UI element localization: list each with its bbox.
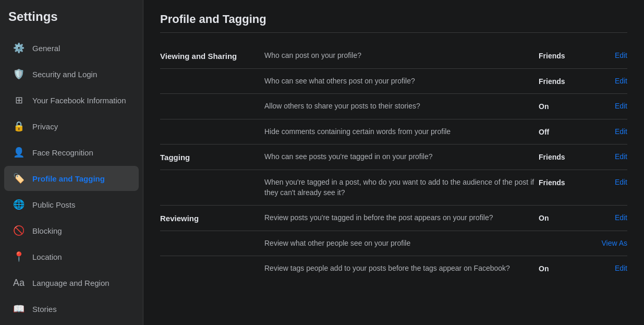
table-row: ReviewingReview posts you're tagged in b…: [160, 206, 627, 231]
face-recognition-label: Face Recognition: [32, 148, 93, 157]
row-action: View As: [591, 238, 627, 247]
facebook-info-label: Your Facebook Information: [32, 96, 126, 105]
row-value: Off: [539, 127, 591, 136]
sidebar-title: Settings: [0, 0, 143, 31]
row-action: Edit: [591, 76, 627, 85]
settings-section: Viewing and SharingWho can post on your …: [160, 43, 627, 281]
row-action: Edit: [591, 152, 627, 161]
table-row: Allow others to share your posts to thei…: [160, 94, 627, 119]
general-icon: ⚙️: [11, 41, 26, 55]
sidebar: Settings ⚙️General🛡️Security and Login⊞Y…: [0, 0, 143, 325]
section-header-tagging: [160, 177, 264, 178]
row-action: Edit: [591, 213, 627, 222]
section-header-tagging: Tagging: [160, 152, 264, 162]
row-description: Review tags people add to your posts bef…: [264, 263, 539, 274]
section-header-viewing-and-sharing: [160, 127, 264, 128]
table-row: Review what other people see on your pro…: [160, 231, 627, 257]
row-value: On: [539, 101, 591, 111]
blocking-icon: 🚫: [11, 223, 26, 238]
row-description: Hide comments containing certain words f…: [264, 127, 539, 137]
row-description: Who can see what others post on your pro…: [264, 76, 539, 87]
privacy-icon: 🔒: [11, 119, 26, 134]
section-header-viewing-and-sharing: [160, 101, 264, 102]
page-title: Profile and Tagging: [160, 13, 627, 33]
table-row: Review tags people add to your posts bef…: [160, 256, 627, 281]
security-label: Security and Login: [32, 70, 97, 79]
row-description: Review what other people see on your pro…: [264, 238, 539, 249]
row-value: On: [539, 213, 591, 222]
sidebar-item-journalist-resources[interactable]: 🏛️Journalist Resources: [4, 322, 139, 325]
row-value: Friends: [539, 51, 591, 60]
row-value: On: [539, 263, 591, 273]
row-description: When you're tagged in a post, who do you…: [264, 177, 539, 198]
row-description: Who can see posts you're tagged in on yo…: [264, 152, 539, 162]
table-row: Hide comments containing certain words f…: [160, 119, 627, 145]
main-content: Profile and Tagging Viewing and SharingW…: [143, 0, 644, 325]
table-row: When you're tagged in a post, who do you…: [160, 170, 627, 206]
privacy-label: Privacy: [32, 122, 58, 131]
section-header-viewing-and-sharing: [160, 76, 264, 77]
action-link-edit[interactable]: Edit: [615, 51, 627, 59]
sidebar-item-location[interactable]: 📍Location: [4, 244, 139, 269]
location-icon: 📍: [11, 249, 26, 264]
general-label: General: [32, 44, 60, 53]
section-header-reviewing: Reviewing: [160, 213, 264, 223]
sidebar-item-language-region[interactable]: AaLanguage and Region: [4, 270, 139, 295]
stories-icon: 📖: [11, 302, 26, 316]
table-row: Who can see what others post on your pro…: [160, 69, 627, 94]
action-link-view-as[interactable]: View As: [601, 239, 627, 247]
action-link-edit[interactable]: Edit: [615, 178, 627, 186]
sidebar-item-stories[interactable]: 📖Stories: [4, 296, 139, 321]
row-action: Edit: [591, 51, 627, 59]
row-action: Edit: [591, 177, 627, 186]
table-row: TaggingWho can see posts you're tagged i…: [160, 145, 627, 170]
row-description: Review posts you're tagged in before the…: [264, 213, 539, 223]
row-value: [539, 238, 591, 239]
sidebar-item-privacy[interactable]: 🔒Privacy: [4, 114, 139, 139]
sidebar-item-general[interactable]: ⚙️General: [4, 35, 139, 61]
action-link-edit[interactable]: Edit: [615, 152, 627, 161]
stories-label: Stories: [32, 305, 57, 314]
row-action: Edit: [591, 127, 627, 136]
security-icon: 🛡️: [11, 67, 26, 81]
language-region-label: Language and Region: [32, 279, 110, 287]
action-link-edit[interactable]: Edit: [615, 127, 627, 136]
language-region-icon: Aa: [11, 275, 26, 290]
section-header-reviewing: [160, 238, 264, 239]
section-header-reviewing: [160, 263, 264, 264]
sidebar-item-security[interactable]: 🛡️Security and Login: [4, 62, 139, 87]
row-action: Edit: [591, 101, 627, 110]
row-description: Allow others to share your posts to thei…: [264, 101, 539, 112]
sidebar-item-blocking[interactable]: 🚫Blocking: [4, 218, 139, 243]
section-header-viewing-and-sharing: Viewing and Sharing: [160, 51, 264, 61]
action-link-edit[interactable]: Edit: [615, 264, 627, 272]
face-recognition-icon: 👤: [11, 145, 26, 160]
profile-tagging-label: Profile and Tagging: [32, 174, 105, 183]
sidebar-item-profile-tagging[interactable]: 🏷️Profile and Tagging: [4, 166, 139, 191]
table-row: Viewing and SharingWho can post on your …: [160, 43, 627, 69]
sidebar-item-facebook-info[interactable]: ⊞Your Facebook Information: [4, 88, 139, 113]
row-value: Friends: [539, 76, 591, 86]
facebook-info-icon: ⊞: [11, 93, 26, 107]
blocking-label: Blocking: [32, 226, 62, 235]
action-link-edit[interactable]: Edit: [615, 213, 627, 222]
profile-tagging-icon: 🏷️: [11, 171, 26, 186]
row-value: Friends: [539, 152, 591, 161]
row-description: Who can post on your profile?: [264, 51, 539, 61]
sidebar-item-face-recognition[interactable]: 👤Face Recognition: [4, 140, 139, 165]
public-posts-icon: 🌐: [11, 197, 26, 212]
location-label: Location: [32, 252, 62, 261]
action-link-edit[interactable]: Edit: [615, 77, 627, 85]
sidebar-item-public-posts[interactable]: 🌐Public Posts: [4, 192, 139, 217]
action-link-edit[interactable]: Edit: [615, 102, 627, 110]
public-posts-label: Public Posts: [32, 200, 76, 209]
row-action: Edit: [591, 263, 627, 272]
row-value: Friends: [539, 177, 591, 187]
